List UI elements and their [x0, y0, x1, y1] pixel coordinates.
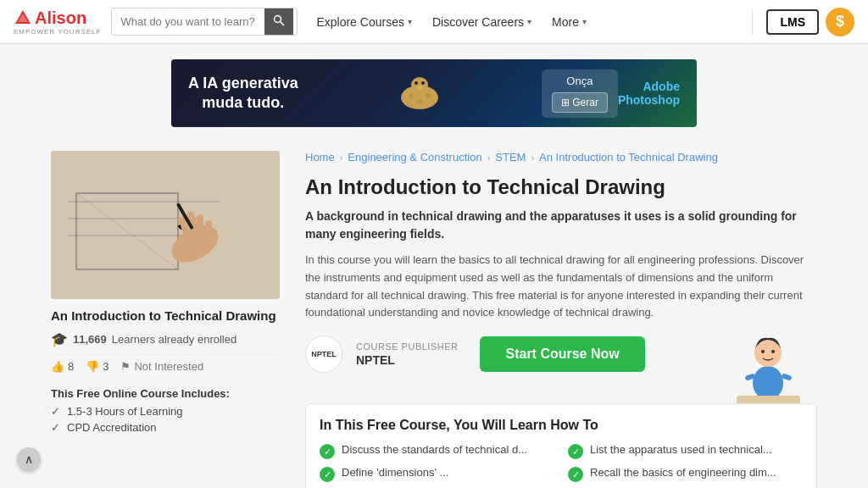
- svg-line-3: [281, 22, 285, 26]
- lms-button[interactable]: LMS: [766, 9, 819, 35]
- svg-point-10: [426, 93, 431, 98]
- check-circle-icon: ✓: [320, 444, 335, 459]
- check-circle-icon: ✓: [320, 467, 335, 482]
- left-panel: An Introduction to Technical Drawing 🎓 1…: [51, 151, 280, 488]
- nav-links: Explore Courses ▾ Discover Careers ▾ Mor…: [308, 10, 738, 34]
- free-item: ✓ 1.5-3 Hours of Learning: [51, 405, 280, 418]
- right-panel: Home › Engineering & Construction › STEM…: [280, 151, 817, 488]
- learn-items: ✓ Discuss the standards of technical d..…: [320, 443, 803, 482]
- scroll-up-button[interactable]: ∧: [17, 447, 41, 471]
- course-title-main: An Introduction to Technical Drawing: [305, 175, 817, 199]
- publisher-info: COURSE PUBLISHER NPTEL: [356, 341, 458, 367]
- nav-more[interactable]: More ▾: [543, 10, 595, 34]
- learn-box: In This Free Course, You Will Learn How …: [305, 403, 817, 488]
- divider: [752, 9, 753, 35]
- ad-text: A IA generativa muda tudo.: [188, 74, 298, 114]
- learn-item: ✓ Define 'dimensions' ...: [320, 466, 554, 482]
- free-course-box: This Free Online Course Includes: ✓ 1.5-…: [51, 387, 280, 434]
- breadcrumb-separator: ›: [487, 152, 491, 163]
- svg-point-5: [411, 77, 428, 92]
- ad-middle-panel: Onça ⊞ Gerar: [542, 69, 618, 118]
- start-course-button[interactable]: Start Course Now: [480, 336, 644, 372]
- logo-sub: EMPOWER YOURSELF: [14, 28, 101, 36]
- svg-point-6: [415, 81, 418, 85]
- learn-item: ✓ Discuss the standards of technical d..…: [320, 443, 554, 459]
- like-button[interactable]: 👍 8: [51, 360, 74, 373]
- ad-banner: A IA generativa muda tudo. Onça ⊞ Gerar …: [171, 59, 697, 127]
- ad-animal: [298, 68, 542, 119]
- svg-point-31: [771, 350, 775, 353]
- logo-area: Alison EMPOWER YOURSELF: [14, 8, 101, 36]
- publisher-row-wrap: NPTEL COURSE PUBLISHER NPTEL Start Cours…: [305, 336, 817, 390]
- checkmark-icon: ✓: [51, 421, 60, 434]
- publisher-logo: NPTEL: [305, 336, 342, 373]
- course-title-left: An Introduction to Technical Drawing: [51, 308, 280, 324]
- not-interested-button[interactable]: ⚑ Not Interested: [120, 360, 203, 373]
- course-thumbnail: [51, 151, 280, 299]
- chevron-down-icon: ▾: [527, 17, 531, 26]
- character-illustration: [737, 328, 800, 407]
- thumbs-down-icon: 👎: [86, 360, 99, 373]
- thumbs-up-icon: 👍: [51, 360, 64, 373]
- reactions-row: 👍 8 👎 3 ⚑ Not Interested: [51, 354, 280, 379]
- check-circle-icon: ✓: [568, 444, 583, 459]
- search-input[interactable]: [112, 10, 264, 33]
- free-item: ✓ CPD Accreditation: [51, 421, 280, 434]
- svg-point-7: [421, 81, 425, 85]
- logo-text: Alison: [35, 8, 86, 28]
- breadcrumb-separator: ›: [340, 152, 343, 163]
- breadcrumb-current[interactable]: An Introduction to Technical Drawing: [539, 151, 718, 164]
- chevron-down-icon: ▾: [408, 17, 412, 26]
- main-content: An Introduction to Technical Drawing 🎓 1…: [0, 151, 868, 488]
- ad-generate-button[interactable]: ⊞ Gerar: [552, 92, 608, 113]
- graduation-icon: 🎓: [51, 331, 68, 347]
- checkmark-icon: ✓: [51, 405, 60, 418]
- flag-icon: ⚑: [120, 360, 131, 373]
- course-subtitle: A background in technical drawing and th…: [305, 208, 817, 243]
- svg-point-11: [417, 99, 422, 104]
- svg-rect-12: [51, 151, 280, 299]
- dollar-button[interactable]: $: [826, 8, 854, 36]
- ad-right-text: Adobe Photoshop: [618, 80, 680, 107]
- nav-right: LMS $: [766, 8, 854, 36]
- header: Alison EMPOWER YOURSELF Explore Courses …: [0, 0, 868, 44]
- search-button[interactable]: [264, 8, 293, 35]
- nav-discover-careers[interactable]: Discover Careers ▾: [424, 10, 540, 34]
- search-icon: [273, 14, 285, 26]
- nav-explore-courses[interactable]: Explore Courses ▾: [308, 10, 420, 34]
- breadcrumb-stem[interactable]: STEM: [495, 151, 526, 164]
- svg-point-25: [753, 366, 783, 400]
- breadcrumb-separator: ›: [531, 152, 534, 163]
- logo: Alison: [14, 8, 86, 28]
- breadcrumb: Home › Engineering & Construction › STEM…: [305, 151, 817, 164]
- leopard-icon: [386, 68, 453, 119]
- check-circle-icon: ✓: [568, 467, 583, 482]
- course-description: In this course you will learn the basics…: [305, 252, 817, 322]
- course-image: [51, 151, 280, 299]
- learners-row: 🎓 11,669 Learners already enrolled: [51, 331, 280, 347]
- character-icon: [737, 328, 800, 404]
- dislike-button[interactable]: 👎 3: [86, 360, 108, 373]
- ad-container: A IA generativa muda tudo. Onça ⊞ Gerar …: [0, 44, 868, 142]
- breadcrumb-home[interactable]: Home: [305, 151, 335, 164]
- svg-point-8: [416, 86, 423, 89]
- logo-icon: [14, 8, 32, 27]
- publisher-row: NPTEL COURSE PUBLISHER NPTEL Start Cours…: [305, 336, 645, 373]
- svg-point-9: [409, 93, 414, 98]
- svg-point-30: [761, 350, 765, 353]
- svg-point-2: [275, 16, 281, 23]
- learn-box-title: In This Free Course, You Will Learn How …: [320, 418, 803, 433]
- chevron-down-icon: ▾: [582, 17, 587, 26]
- learn-item: ✓ List the apparatus used in technical..…: [568, 443, 803, 459]
- search-bar: [111, 8, 298, 36]
- svg-rect-21: [197, 214, 203, 238]
- breadcrumb-engineering[interactable]: Engineering & Construction: [348, 151, 481, 164]
- learn-item: ✓ Recall the basics of engineering dim..…: [568, 466, 803, 482]
